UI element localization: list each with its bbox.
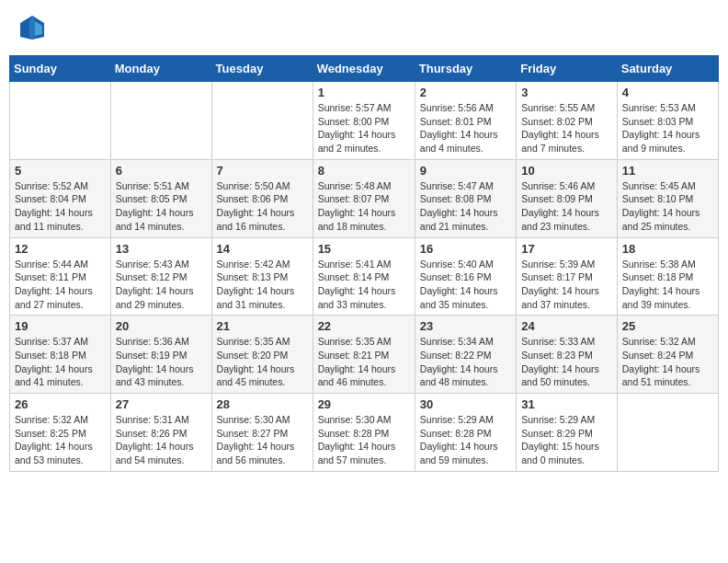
day-info: Sunrise: 5:55 AMSunset: 8:02 PMDaylight:…	[521, 101, 612, 155]
calendar-cell: 12Sunrise: 5:44 AMSunset: 8:11 PMDayligh…	[10, 237, 111, 316]
day-info: Sunrise: 5:52 AMSunset: 8:04 PMDaylight:…	[15, 179, 106, 234]
page-header	[9, 9, 719, 46]
calendar-cell: 2Sunrise: 5:56 AMSunset: 8:01 PMDaylight…	[415, 82, 516, 160]
calendar-cell: 6Sunrise: 5:51 AMSunset: 8:05 PMDaylight…	[110, 159, 211, 237]
calendar-cell: 27Sunrise: 5:31 AMSunset: 8:26 PMDayligh…	[110, 394, 211, 472]
day-number: 5	[15, 164, 106, 178]
calendar-week-row: 26Sunrise: 5:32 AMSunset: 8:25 PMDayligh…	[10, 394, 719, 472]
calendar-cell: 19Sunrise: 5:37 AMSunset: 8:18 PMDayligh…	[10, 316, 111, 394]
day-info: Sunrise: 5:51 AMSunset: 8:05 PMDaylight:…	[116, 179, 207, 234]
calendar-cell: 16Sunrise: 5:40 AMSunset: 8:16 PMDayligh…	[415, 237, 516, 316]
day-info: Sunrise: 5:32 AMSunset: 8:25 PMDaylight:…	[15, 413, 106, 467]
day-info: Sunrise: 5:36 AMSunset: 8:19 PMDaylight:…	[116, 335, 207, 389]
calendar-cell: 4Sunrise: 5:53 AMSunset: 8:03 PMDaylight…	[617, 82, 718, 160]
day-number: 11	[622, 164, 713, 178]
day-number: 2	[420, 86, 511, 99]
day-info: Sunrise: 5:35 AMSunset: 8:21 PMDaylight:…	[318, 335, 410, 389]
day-number: 10	[521, 164, 612, 178]
calendar-cell: 20Sunrise: 5:36 AMSunset: 8:19 PMDayligh…	[110, 316, 211, 394]
calendar-cell	[617, 394, 718, 472]
column-header-tuesday: Tuesday	[211, 56, 313, 82]
calendar-cell: 30Sunrise: 5:29 AMSunset: 8:28 PMDayligh…	[415, 394, 516, 472]
column-header-friday: Friday	[517, 56, 618, 82]
day-info: Sunrise: 5:47 AMSunset: 8:08 PMDaylight:…	[420, 179, 511, 234]
calendar-week-row: 12Sunrise: 5:44 AMSunset: 8:11 PMDayligh…	[10, 237, 719, 316]
calendar-cell: 11Sunrise: 5:45 AMSunset: 8:10 PMDayligh…	[617, 159, 718, 237]
day-number: 21	[217, 319, 308, 333]
day-number: 29	[318, 397, 410, 411]
day-info: Sunrise: 5:30 AMSunset: 8:27 PMDaylight:…	[217, 413, 308, 467]
calendar-cell: 13Sunrise: 5:43 AMSunset: 8:12 PMDayligh…	[110, 237, 211, 316]
column-header-sunday: Sunday	[10, 56, 111, 82]
calendar-cell: 10Sunrise: 5:46 AMSunset: 8:09 PMDayligh…	[517, 159, 618, 237]
day-info: Sunrise: 5:32 AMSunset: 8:24 PMDaylight:…	[622, 335, 713, 389]
calendar-week-row: 5Sunrise: 5:52 AMSunset: 8:04 PMDaylight…	[10, 159, 719, 237]
calendar-cell: 25Sunrise: 5:32 AMSunset: 8:24 PMDayligh…	[617, 316, 718, 394]
day-number: 25	[622, 319, 713, 333]
day-info: Sunrise: 5:35 AMSunset: 8:20 PMDaylight:…	[217, 335, 308, 389]
calendar-cell: 28Sunrise: 5:30 AMSunset: 8:27 PMDayligh…	[211, 394, 313, 472]
calendar-cell: 7Sunrise: 5:50 AMSunset: 8:06 PMDaylight…	[211, 159, 313, 237]
calendar-cell: 21Sunrise: 5:35 AMSunset: 8:20 PMDayligh…	[211, 316, 313, 394]
day-number: 17	[521, 242, 612, 256]
day-number: 4	[622, 86, 713, 99]
day-info: Sunrise: 5:33 AMSunset: 8:23 PMDaylight:…	[521, 335, 612, 389]
calendar-table: SundayMondayTuesdayWednesdayThursdayFrid…	[9, 55, 719, 472]
logo-icon	[18, 14, 46, 41]
day-number: 6	[116, 164, 207, 178]
day-info: Sunrise: 5:42 AMSunset: 8:13 PMDaylight:…	[217, 258, 308, 312]
calendar-week-row: 1Sunrise: 5:57 AMSunset: 8:00 PMDaylight…	[10, 82, 719, 160]
day-info: Sunrise: 5:45 AMSunset: 8:10 PMDaylight:…	[622, 179, 713, 234]
day-number: 3	[521, 86, 612, 99]
day-info: Sunrise: 5:30 AMSunset: 8:28 PMDaylight:…	[318, 413, 410, 467]
day-info: Sunrise: 5:34 AMSunset: 8:22 PMDaylight:…	[420, 335, 511, 389]
calendar-cell: 18Sunrise: 5:38 AMSunset: 8:18 PMDayligh…	[617, 237, 718, 316]
calendar-cell: 8Sunrise: 5:48 AMSunset: 8:07 PMDaylight…	[313, 159, 415, 237]
day-info: Sunrise: 5:29 AMSunset: 8:28 PMDaylight:…	[420, 413, 511, 467]
day-number: 8	[318, 164, 410, 178]
day-number: 28	[217, 397, 308, 411]
calendar-cell: 23Sunrise: 5:34 AMSunset: 8:22 PMDayligh…	[415, 316, 516, 394]
calendar-header-row: SundayMondayTuesdayWednesdayThursdayFrid…	[10, 56, 719, 82]
day-number: 23	[420, 319, 511, 333]
day-info: Sunrise: 5:53 AMSunset: 8:03 PMDaylight:…	[622, 101, 713, 155]
calendar-cell: 14Sunrise: 5:42 AMSunset: 8:13 PMDayligh…	[211, 237, 313, 316]
day-info: Sunrise: 5:44 AMSunset: 8:11 PMDaylight:…	[15, 258, 106, 312]
day-info: Sunrise: 5:31 AMSunset: 8:26 PMDaylight:…	[116, 413, 207, 467]
calendar-cell: 3Sunrise: 5:55 AMSunset: 8:02 PMDaylight…	[517, 82, 618, 160]
day-number: 7	[217, 164, 308, 178]
day-info: Sunrise: 5:48 AMSunset: 8:07 PMDaylight:…	[318, 179, 410, 234]
column-header-thursday: Thursday	[415, 56, 516, 82]
calendar-cell: 17Sunrise: 5:39 AMSunset: 8:17 PMDayligh…	[517, 237, 618, 316]
day-info: Sunrise: 5:43 AMSunset: 8:12 PMDaylight:…	[116, 258, 207, 312]
calendar-cell: 26Sunrise: 5:32 AMSunset: 8:25 PMDayligh…	[10, 394, 111, 472]
day-number: 19	[15, 319, 106, 333]
calendar-cell: 5Sunrise: 5:52 AMSunset: 8:04 PMDaylight…	[10, 159, 111, 237]
day-info: Sunrise: 5:57 AMSunset: 8:00 PMDaylight:…	[318, 101, 410, 155]
calendar-cell: 31Sunrise: 5:29 AMSunset: 8:29 PMDayligh…	[517, 394, 618, 472]
day-number: 26	[15, 397, 106, 411]
day-info: Sunrise: 5:40 AMSunset: 8:16 PMDaylight:…	[420, 258, 511, 312]
calendar-cell	[211, 82, 313, 160]
day-number: 27	[116, 397, 207, 411]
day-info: Sunrise: 5:29 AMSunset: 8:29 PMDaylight:…	[521, 413, 612, 467]
day-number: 15	[318, 242, 410, 256]
calendar-cell: 22Sunrise: 5:35 AMSunset: 8:21 PMDayligh…	[313, 316, 415, 394]
day-number: 20	[116, 319, 207, 333]
calendar-week-row: 19Sunrise: 5:37 AMSunset: 8:18 PMDayligh…	[10, 316, 719, 394]
day-number: 24	[521, 319, 612, 333]
calendar-cell	[110, 82, 211, 160]
day-info: Sunrise: 5:38 AMSunset: 8:18 PMDaylight:…	[622, 258, 713, 312]
column-header-monday: Monday	[110, 56, 211, 82]
day-number: 13	[116, 242, 207, 256]
calendar-cell	[10, 82, 111, 160]
day-info: Sunrise: 5:56 AMSunset: 8:01 PMDaylight:…	[420, 101, 511, 155]
day-info: Sunrise: 5:39 AMSunset: 8:17 PMDaylight:…	[521, 258, 612, 312]
day-number: 9	[420, 164, 511, 178]
day-number: 22	[318, 319, 410, 333]
day-info: Sunrise: 5:37 AMSunset: 8:18 PMDaylight:…	[15, 335, 106, 389]
calendar-cell: 24Sunrise: 5:33 AMSunset: 8:23 PMDayligh…	[517, 316, 618, 394]
column-header-saturday: Saturday	[617, 56, 718, 82]
day-info: Sunrise: 5:46 AMSunset: 8:09 PMDaylight:…	[521, 179, 612, 234]
day-info: Sunrise: 5:41 AMSunset: 8:14 PMDaylight:…	[318, 258, 410, 312]
